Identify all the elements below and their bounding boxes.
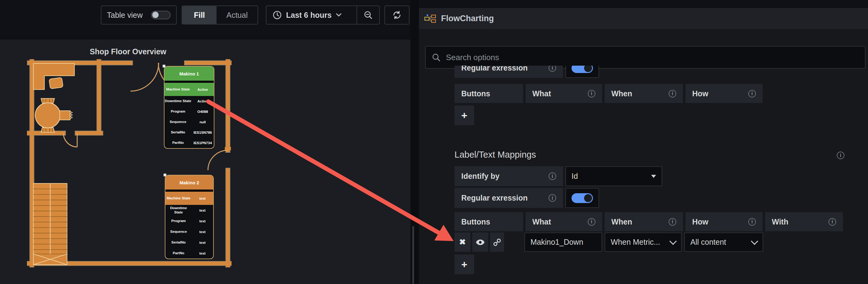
wall-stub [225, 147, 231, 150]
when-select[interactable]: When Metric... [604, 232, 682, 252]
table2-header-when: Wheni [604, 212, 683, 231]
chevron-down-icon [751, 237, 758, 245]
eye-icon [476, 239, 485, 245]
fill-actual-segmented: Fill Actual [182, 5, 258, 25]
how-select[interactable]: All content [684, 232, 763, 252]
info-icon[interactable]: i [748, 90, 756, 97]
how-select-value: All content [690, 238, 726, 247]
fill-button[interactable]: Fill [182, 6, 217, 24]
machine-row: PartNo IES1PN734 [164, 138, 214, 148]
pane-divider [410, 0, 419, 284]
clipped-scroll-row: Regular exressioni [455, 66, 669, 78]
table2-header-what: Whati [526, 212, 602, 231]
section-info-icon[interactable]: i [837, 151, 844, 159]
machine-name: Makino 1 [164, 66, 214, 81]
table1-header-how: Howi [685, 84, 763, 103]
info-icon[interactable]: i [588, 90, 595, 97]
selection-handle [163, 174, 166, 176]
machine-box-makino2[interactable]: Makino 2 Machine State text Downtime Sta… [165, 175, 214, 259]
search-icon [432, 53, 440, 62]
grafana-edit-screen: Table view Fill Actual Last 6 hours [0, 0, 868, 284]
machine-state-row: Machine State text [165, 192, 213, 205]
table1-header-what: Whati [526, 84, 602, 103]
when-select-value: When Metric... [611, 238, 660, 247]
regex-toggle-clipped[interactable] [571, 66, 593, 73]
chevron-down-icon [669, 237, 677, 245]
clock-icon [273, 10, 282, 20]
table1-add-button[interactable]: + [455, 106, 474, 125]
selection-handle [163, 65, 165, 67]
plugin-title: FlowCharting [441, 14, 494, 23]
table-view-label: Table view [107, 11, 143, 20]
info-icon[interactable]: i [829, 218, 836, 226]
what-input-wrap [524, 232, 602, 252]
search-input[interactable] [445, 52, 859, 62]
refresh-button[interactable] [384, 5, 409, 25]
regular-expression-label: Regular exressioni [455, 188, 563, 208]
regular-expression-toggle-cell [565, 188, 599, 208]
machine-row: Sequence text [165, 226, 213, 237]
table2-header-how: Howi [685, 212, 763, 231]
toggle-knob [152, 12, 159, 18]
time-range-button[interactable]: Last 6 hours [267, 6, 356, 24]
info-icon[interactable]: i [669, 90, 676, 97]
table-view-toggle[interactable] [151, 11, 170, 19]
machine-row: Downtime State Active [164, 96, 214, 107]
section-title: Label/Text Mappings [455, 150, 536, 160]
refresh-icon [392, 10, 402, 20]
machine-row: Downtime State text [165, 205, 213, 216]
info-icon[interactable]: i [549, 66, 556, 72]
clipped-regular-expression-label: Regular exressioni [455, 66, 563, 78]
machine-state-row: Machine State Active [164, 83, 214, 96]
machine-row: Sequence null [164, 117, 214, 127]
caret-down-icon [651, 175, 656, 178]
info-icon[interactable]: i [588, 218, 595, 226]
door-arc-left [130, 63, 159, 91]
machine-box-makino1[interactable]: Makino 1 Machine State Active Downtime S… [164, 66, 214, 149]
time-range-label: Last 6 hours [286, 11, 332, 20]
clipped-toggle-cell [565, 66, 599, 78]
zoom-out-time-button[interactable] [357, 6, 379, 24]
info-icon[interactable]: i [549, 172, 556, 180]
hide-mapping-button[interactable] [472, 232, 488, 252]
close-icon: ✖ [459, 237, 466, 247]
chair-shape [49, 77, 63, 89]
table-view-control: Table view [101, 5, 177, 25]
zoom-out-icon [364, 10, 373, 20]
info-icon[interactable]: i [748, 218, 756, 226]
stairs-shape [33, 183, 67, 265]
flowcharting-icon [424, 13, 436, 24]
link-mapping-button[interactable] [490, 232, 504, 252]
info-icon[interactable]: i [549, 194, 556, 202]
table1-header-buttons: Buttons [455, 84, 523, 103]
options-scrollbar[interactable] [412, 226, 414, 284]
table2-add-button[interactable]: + [455, 255, 474, 274]
info-icon[interactable]: i [669, 218, 676, 226]
door-arc-east [208, 150, 228, 170]
identify-by-select[interactable]: Id [565, 166, 662, 186]
table1-header-when: Wheni [604, 84, 683, 103]
identify-by-value: Id [571, 172, 578, 181]
actual-button[interactable]: Actual [217, 6, 257, 24]
time-picker: Last 6 hours [266, 5, 380, 25]
lathe-shape [35, 98, 72, 132]
regular-expression-toggle[interactable] [571, 193, 593, 203]
machine-row: SerialNo IES1SN786 [164, 127, 214, 138]
machine-row: PartNo text [165, 248, 213, 259]
link-icon [493, 238, 501, 246]
delete-mapping-button[interactable]: ✖ [455, 232, 470, 252]
panel-title: Shop Floor Overview [0, 47, 256, 56]
chevron-down-icon [336, 13, 341, 17]
machine-row: SerialNo text [165, 237, 213, 248]
machine-name: Makino 2 [165, 175, 213, 190]
machine-row: Program text [165, 216, 213, 226]
options-pane-header: FlowCharting [419, 8, 868, 30]
identify-by-label: Identify byi [455, 166, 563, 186]
machine-row: Program O4088 [164, 107, 214, 117]
table2-header-with: Withi [765, 212, 843, 231]
table2-header-buttons: Buttons [455, 212, 523, 231]
what-input[interactable] [525, 238, 601, 247]
search-options-box [425, 46, 866, 69]
